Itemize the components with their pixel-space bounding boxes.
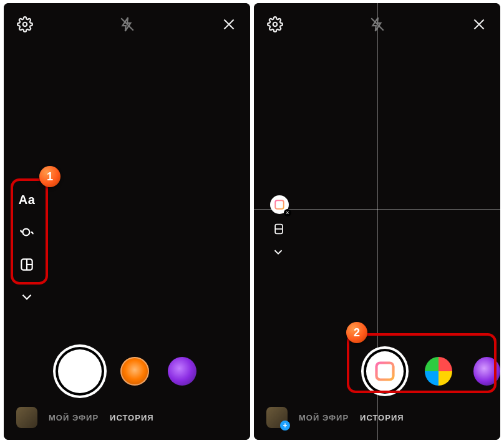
shutter-button[interactable] xyxy=(58,349,102,393)
effect-thumb-orange[interactable] xyxy=(120,357,149,386)
gallery-thumbnail[interactable] xyxy=(16,407,37,428)
annotation-badge-2: 2 xyxy=(346,322,367,343)
layout-preview-chip[interactable]: × xyxy=(270,195,289,214)
layout-variant-icon[interactable] xyxy=(273,223,285,238)
comparison-stage: Aa МОЙ ЭФИР ИСТОРИЯ xyxy=(0,0,504,443)
annotation-badge-1: 1 xyxy=(39,166,61,187)
phone-screenshot-right: × + МОЙ ЭФИР ИСТОРИЯ xyxy=(254,3,500,440)
boomerang-icon[interactable] xyxy=(17,223,36,241)
mode-story[interactable]: ИСТОРИЯ xyxy=(110,413,154,422)
layout-shutter-button[interactable] xyxy=(366,351,404,391)
top-toolbar xyxy=(4,12,250,37)
text-tool-button[interactable]: Aa xyxy=(17,190,36,209)
flash-off-icon[interactable] xyxy=(119,16,136,33)
add-icon: + xyxy=(280,421,290,431)
close-icon[interactable] xyxy=(470,16,488,33)
settings-icon[interactable] xyxy=(266,16,284,33)
mode-live[interactable]: МОЙ ЭФИР xyxy=(299,413,349,422)
layout-grid-horizontal xyxy=(254,209,500,210)
svg-point-7 xyxy=(273,22,278,27)
chevron-down-icon[interactable] xyxy=(17,288,36,306)
top-toolbar xyxy=(254,12,500,37)
mode-rail[interactable]: МОЙ ЭФИР ИСТОРИЯ xyxy=(4,406,250,429)
flash-off-icon[interactable] xyxy=(369,16,386,33)
creative-tools-rail: Aa xyxy=(17,190,36,306)
phone-screenshot-left: Aa МОЙ ЭФИР ИСТОРИЯ xyxy=(4,3,250,440)
chevron-down-icon[interactable] xyxy=(271,245,285,261)
layout-icon[interactable] xyxy=(17,255,36,274)
effect-thumb-purple[interactable] xyxy=(473,357,500,386)
mode-rail[interactable]: + МОЙ ЭФИР ИСТОРИЯ xyxy=(254,406,500,429)
gallery-thumbnail[interactable]: + xyxy=(266,407,288,428)
effect-thumb-purple[interactable] xyxy=(168,357,196,386)
mode-live[interactable]: МОЙ ЭФИР xyxy=(49,413,99,422)
settings-icon[interactable] xyxy=(16,16,34,33)
close-icon[interactable] xyxy=(220,16,238,33)
effects-row xyxy=(4,346,250,396)
effects-row xyxy=(254,346,500,396)
svg-point-0 xyxy=(23,22,27,27)
close-icon[interactable]: × xyxy=(284,209,291,217)
mode-story[interactable]: ИСТОРИЯ xyxy=(360,413,404,422)
effect-thumb-colorwheel[interactable] xyxy=(425,357,452,386)
